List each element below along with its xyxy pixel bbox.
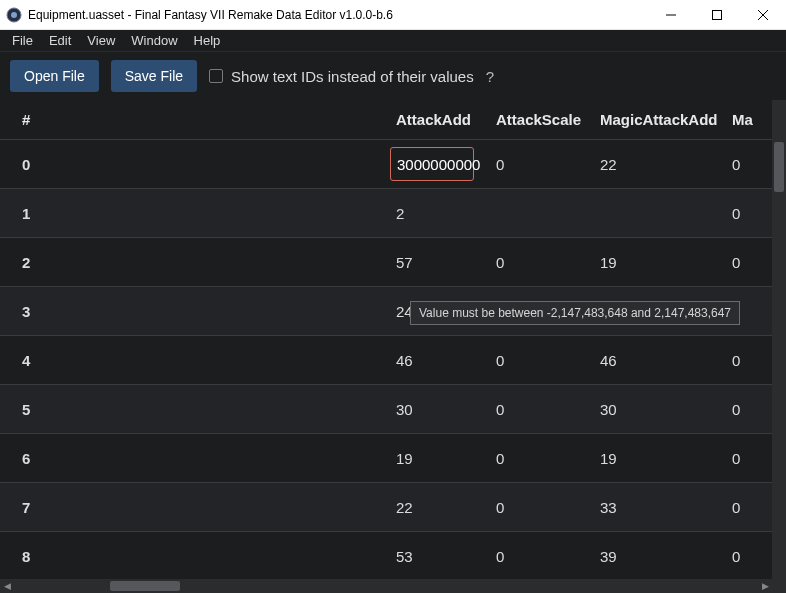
cell-attackscale[interactable]: 0 [488, 336, 592, 384]
cell-magicattackadd[interactable]: 39 [592, 532, 724, 579]
menu-help[interactable]: Help [186, 31, 229, 50]
cell-attackadd[interactable]: 2 [388, 189, 488, 237]
show-text-ids-checkbox[interactable]: Show text IDs instead of their values ? [209, 68, 494, 85]
col-header-attackadd[interactable]: AttackAdd [388, 100, 488, 139]
cell-attackscale[interactable]: 0 [488, 434, 592, 482]
menu-edit[interactable]: Edit [41, 31, 79, 50]
maximize-button[interactable] [694, 0, 740, 29]
scroll-right-icon[interactable]: ▶ [758, 579, 772, 593]
close-button[interactable] [740, 0, 786, 29]
cell-ma[interactable]: 0 [724, 140, 764, 188]
col-header-ma[interactable]: Ma [724, 100, 764, 139]
toolbar: Open File Save File Show text IDs instea… [0, 52, 786, 100]
cell-index[interactable]: 5 [0, 385, 388, 433]
cell-magicattackadd[interactable]: 19 [592, 434, 724, 482]
cell-ma[interactable]: 0 [724, 532, 764, 579]
cell-attackadd[interactable]: 57 [388, 238, 488, 286]
window-title: Equipment.uasset - Final Fantasy VII Rem… [28, 8, 648, 22]
cell-index[interactable]: 2 [0, 238, 388, 286]
table-row[interactable]: 120 [0, 189, 786, 238]
cell-index[interactable]: 1 [0, 189, 388, 237]
data-grid[interactable]: # AttackAdd AttackScale MagicAttackAdd M… [0, 100, 786, 579]
minimize-button[interactable] [648, 0, 694, 29]
cell-magicattackadd[interactable] [592, 189, 724, 237]
cell-ma[interactable]: 0 [724, 238, 764, 286]
cell-index[interactable]: 0 [0, 140, 388, 188]
horizontal-scrollbar[interactable]: ◀ ▶ [0, 579, 772, 593]
menu-file[interactable]: File [4, 31, 41, 50]
window-controls [648, 0, 786, 29]
cell-attackscale[interactable] [488, 189, 592, 237]
table-row[interactable]: 5300300 [0, 385, 786, 434]
horizontal-scroll-thumb[interactable] [110, 581, 180, 591]
cell-attackscale[interactable]: 0 [488, 385, 592, 433]
col-header-index[interactable]: # [0, 100, 388, 139]
menu-view[interactable]: View [79, 31, 123, 50]
cell-magicattackadd[interactable]: 33 [592, 483, 724, 531]
cell-index[interactable]: 8 [0, 532, 388, 579]
help-icon[interactable]: ? [486, 68, 494, 85]
table-row[interactable]: 6190190 [0, 434, 786, 483]
table-row[interactable]: 2570190 [0, 238, 786, 287]
cell-attackscale[interactable]: 0 [488, 140, 592, 188]
cell-attackadd[interactable]: 30 [388, 385, 488, 433]
cell-attackadd[interactable]: 53 [388, 532, 488, 579]
cell-index[interactable]: 6 [0, 434, 388, 482]
vertical-scrollbar[interactable] [772, 100, 786, 593]
checkbox-label: Show text IDs instead of their values [231, 68, 474, 85]
open-file-button[interactable]: Open File [10, 60, 99, 92]
svg-point-1 [11, 12, 17, 18]
cell-attackadd[interactable]: 19 [388, 434, 488, 482]
table-row[interactable]: 4460460 [0, 336, 786, 385]
cell-editor-input[interactable]: 3000000000 [390, 147, 474, 181]
cell-attackadd[interactable]: 46 [388, 336, 488, 384]
table-row[interactable]: 030000000000220 [0, 140, 786, 189]
svg-rect-3 [713, 10, 722, 19]
cell-attackadd[interactable]: 3000000000 [388, 140, 488, 188]
cell-index[interactable]: 3 [0, 287, 388, 335]
cell-attackadd[interactable]: 22 [388, 483, 488, 531]
table-row[interactable]: 8530390 [0, 532, 786, 579]
cell-ma[interactable]: 0 [724, 483, 764, 531]
cell-ma[interactable]: 0 [724, 385, 764, 433]
cell-magicattackadd[interactable]: 30 [592, 385, 724, 433]
window-titlebar: Equipment.uasset - Final Fantasy VII Rem… [0, 0, 786, 30]
cell-magicattackadd[interactable]: 22 [592, 140, 724, 188]
col-header-magicattackadd[interactable]: MagicAttackAdd [592, 100, 724, 139]
cell-index[interactable]: 7 [0, 483, 388, 531]
menubar: File Edit View Window Help [0, 30, 786, 52]
save-file-button[interactable]: Save File [111, 60, 197, 92]
cell-magicattackadd[interactable]: 19 [592, 238, 724, 286]
scroll-left-icon[interactable]: ◀ [0, 579, 14, 593]
cell-ma[interactable]: 0 [724, 336, 764, 384]
cell-attackscale[interactable]: 0 [488, 532, 592, 579]
data-grid-area: # AttackAdd AttackScale MagicAttackAdd M… [0, 100, 786, 579]
app-icon [6, 7, 22, 23]
cell-ma[interactable]: 0 [724, 189, 764, 237]
cell-attackscale[interactable]: 0 [488, 238, 592, 286]
col-header-attackscale[interactable]: AttackScale [488, 100, 592, 139]
cell-magicattackadd[interactable]: 46 [592, 336, 724, 384]
cell-attackscale[interactable]: 0 [488, 483, 592, 531]
table-header: # AttackAdd AttackScale MagicAttackAdd M… [0, 100, 786, 140]
cell-index[interactable]: 4 [0, 336, 388, 384]
checkbox-box[interactable] [209, 69, 223, 83]
menu-window[interactable]: Window [123, 31, 185, 50]
vertical-scroll-thumb[interactable] [774, 142, 784, 192]
table-row[interactable]: 7220330 [0, 483, 786, 532]
cell-ma[interactable]: 0 [724, 434, 764, 482]
validation-tooltip: Value must be between -2,147,483,648 and… [410, 301, 740, 325]
